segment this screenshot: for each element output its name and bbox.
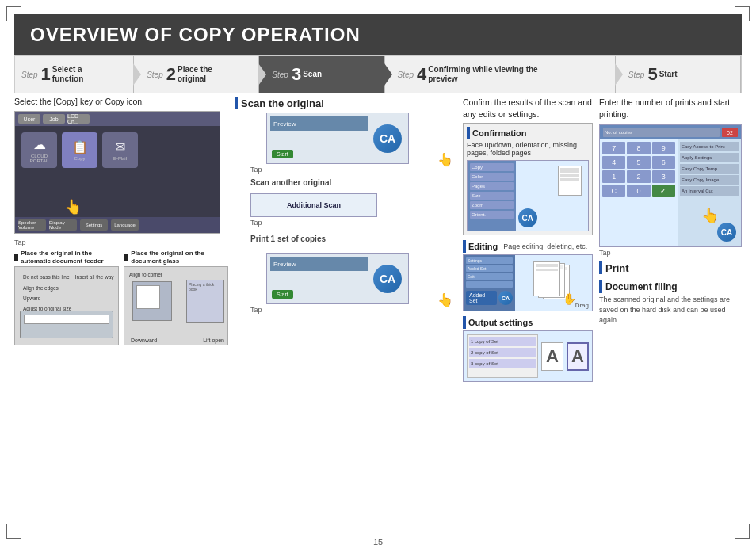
tap-label-2: Tap bbox=[250, 166, 456, 174]
doc-filing-title: Document filing bbox=[599, 280, 742, 293]
tap-label-1: Tap bbox=[14, 238, 228, 246]
preview-bar-2: Preview bbox=[270, 257, 368, 271]
hand-cursor-start: 👆 bbox=[701, 207, 719, 224]
step-2[interactable]: Step 2 Place theoriginal bbox=[134, 56, 259, 93]
output-list: 1 copy of Set 2 copy of Set 3 copy of Se… bbox=[467, 334, 538, 378]
glass-diagram: Align to corner Placing a thick book Dow… bbox=[124, 266, 228, 345]
main-content: Select the [Copy] key or Copy icon. User… bbox=[14, 97, 742, 385]
confirmation-subtitle: Face up/down, orientation, missing pages… bbox=[467, 141, 589, 157]
cloud-portal-icon-block: ☁ CLOUD PORTAL bbox=[21, 132, 57, 168]
copy-icon: 📋 bbox=[72, 139, 88, 154]
preview-screen-val: 02 bbox=[722, 128, 738, 137]
screen-btn-3: LCD Ch.. bbox=[67, 114, 90, 124]
step-1[interactable]: Step 1 Select afunction bbox=[15, 56, 134, 93]
numpad-7[interactable]: 7 bbox=[602, 142, 625, 154]
corner-tl bbox=[6, 6, 21, 21]
glass-title: Place the original on the document glass bbox=[124, 250, 228, 265]
start-topbar: No. of copies 02 bbox=[600, 125, 741, 139]
added-set-button[interactable]: Added Set bbox=[466, 291, 497, 305]
output-screen: 1 copy of Set 2 copy of Set 3 copy of Se… bbox=[463, 330, 593, 382]
numpad-5[interactable]: 5 bbox=[627, 156, 650, 169]
ca-button-2[interactable]: CA bbox=[373, 265, 402, 293]
ca-button-1[interactable]: CA bbox=[373, 124, 402, 153]
numpad-8[interactable]: 8 bbox=[627, 142, 650, 154]
screen-btn-2: Job bbox=[43, 114, 65, 124]
step-3[interactable]: Step 3 Scan bbox=[259, 56, 384, 93]
book-shape: Placing a thick book bbox=[186, 280, 224, 323]
numpad-2[interactable]: 2 bbox=[627, 170, 650, 183]
numpad-9[interactable]: 9 bbox=[652, 142, 675, 154]
start-text: Enter the number of prints and start pri… bbox=[599, 97, 742, 120]
numpad-4[interactable]: 4 bbox=[602, 156, 625, 169]
tap-label-3: Tap bbox=[250, 219, 456, 227]
start-screen: No. of copies 02 7 8 9 4 5 6 1 2 bbox=[599, 124, 742, 247]
numpad-3[interactable]: 3 bbox=[652, 170, 675, 183]
output-title: Output settings bbox=[463, 316, 593, 329]
edit-ca-button[interactable]: CA bbox=[498, 291, 512, 305]
col3-confirm: Confirm the results of the scan and any … bbox=[463, 97, 593, 385]
print1set-screen: Preview Start CA bbox=[266, 253, 409, 304]
corner-tr bbox=[735, 6, 750, 21]
hand-cursor-print: 👆 bbox=[437, 292, 453, 307]
copy-icon-block[interactable]: 📋 Copy bbox=[62, 132, 97, 168]
scan-screen-container: Preview Start CA 👆 bbox=[250, 113, 456, 164]
numpad-6[interactable]: 6 bbox=[652, 156, 675, 169]
numpad-0[interactable]: 0 bbox=[627, 185, 650, 197]
output-section: Output settings 1 copy of Set 2 copy of … bbox=[463, 316, 593, 382]
output-row-1: 1 copy of Set bbox=[469, 337, 536, 346]
screen-topbar: User Job LCD Ch.. bbox=[15, 112, 220, 126]
start-btn-2[interactable]: Start bbox=[272, 290, 293, 299]
hand-cursor-icon: 👆 bbox=[64, 198, 82, 215]
output-row-2: 2 copy of Set bbox=[469, 348, 536, 357]
feeder-title: Place the original in the automatic docu… bbox=[14, 250, 119, 265]
feeder-shape bbox=[20, 311, 113, 338]
numpad-ok[interactable]: ✓ bbox=[652, 185, 675, 197]
step-5[interactable]: Step 5 Start bbox=[616, 56, 741, 93]
print1set-label: Print 1 set of copies bbox=[250, 235, 456, 243]
step-4[interactable]: Step 4 Confirming while viewing theprevi… bbox=[385, 56, 616, 93]
edit-page-stack: ✋ bbox=[533, 261, 573, 305]
email-icon: ✉ bbox=[115, 139, 125, 154]
numpad-area: 7 8 9 4 5 6 1 2 3 C 0 ✓ bbox=[600, 139, 678, 246]
doc-filing-text: The scanned original and the settings ar… bbox=[599, 295, 742, 325]
col4-start: Enter the number of prints and start pri… bbox=[599, 97, 742, 385]
feeder-diagram: Do not pass this line Insert all the way… bbox=[14, 266, 119, 345]
confirmation-section: Confirmation Face up/down, orientation, … bbox=[463, 123, 593, 235]
hand-cursor-scan: 👆 bbox=[437, 152, 453, 167]
step-1-arrow bbox=[133, 63, 141, 86]
corner-bl bbox=[6, 524, 21, 539]
start-btn-small[interactable]: Start bbox=[272, 150, 293, 158]
output-row-3: 3 copy of Set bbox=[469, 359, 536, 368]
numpad-c[interactable]: C bbox=[602, 185, 625, 197]
confirm-text: Confirm the results of the scan and any … bbox=[463, 97, 593, 120]
email-icon-block: ✉ E-Mail bbox=[102, 132, 138, 168]
conf-page-preview bbox=[558, 166, 582, 196]
tap-label-start: Tap bbox=[599, 249, 742, 257]
drag-label: Drag bbox=[575, 302, 589, 309]
feeder-placement: Place the original in the automatic docu… bbox=[14, 250, 119, 345]
print-section-title: Print bbox=[599, 261, 742, 274]
page-number: 15 bbox=[373, 537, 383, 547]
editing-screen: Settings Added Set Edit Added Set CA bbox=[463, 254, 593, 311]
page-title: OVERVIEW OF COPY OPERATION bbox=[30, 24, 361, 46]
steps-bar: Step 1 Select afunction Step 2 Place the… bbox=[14, 55, 742, 93]
col1-intro: Select the [Copy] key or Copy icon. bbox=[14, 97, 228, 106]
col1-select-function: Select the [Copy] key or Copy icon. User… bbox=[14, 97, 228, 385]
col2-scan: Scan the original Preview Start CA 👆 Tap… bbox=[235, 97, 456, 385]
output-letter-a1: A bbox=[541, 342, 563, 371]
step-3-arrow bbox=[384, 63, 392, 86]
confirmation-title: Confirmation bbox=[467, 127, 589, 139]
machine-screen-preview: User Job LCD Ch.. ☁ CLOUD PORTAL 📋 Copy … bbox=[14, 111, 220, 234]
numpad-1[interactable]: 1 bbox=[602, 170, 625, 183]
scan-title: Scan the original bbox=[235, 97, 456, 109]
glass-placement: Place the original on the document glass… bbox=[124, 250, 228, 345]
numpad: 7 8 9 4 5 6 1 2 3 C 0 ✓ bbox=[602, 142, 675, 197]
editing-title: Editing Page editing, deleting, etc. bbox=[463, 240, 593, 253]
confirmation-screen: Copy Color Pages Size Zoom Orient. bbox=[467, 160, 589, 231]
preview-bar: Preview bbox=[270, 116, 368, 131]
output-letter-a2: A bbox=[567, 342, 589, 371]
corner-br bbox=[735, 524, 750, 539]
screen-bottombar: Speaker Volume Display Mode Settings Lan… bbox=[15, 217, 220, 233]
additional-scan-button[interactable]: Additional Scan bbox=[250, 193, 377, 217]
screen-btn-1: User bbox=[18, 114, 40, 124]
